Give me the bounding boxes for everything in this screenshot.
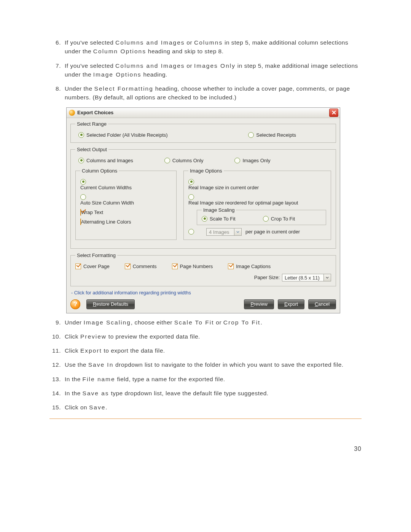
step-7: 7. If you've selected Columns and Images…: [49, 61, 362, 79]
image-scaling-group: Image Scaling Scale To Fit Crop To Fit: [197, 207, 326, 225]
instructions-list-top: 6. If you've selected Columns and Images…: [49, 38, 362, 102]
radio-real-image-current-order[interactable]: Real Image size in current order: [188, 179, 318, 190]
close-icon: [332, 110, 336, 115]
radio-icon: [202, 216, 207, 222]
step-num: 7.: [49, 61, 61, 79]
select-formatting-group: Select Formatting Cover Page Comments Pa…: [70, 252, 336, 286]
restore-defaults-button[interactable]: Restore Defaults: [86, 299, 135, 309]
radio-icon: [263, 216, 269, 222]
step-8: 8. Under the Select Formatting heading, …: [49, 84, 362, 102]
check-alternating-line-colors[interactable]: Alternating Line Colors: [80, 219, 163, 225]
radio-icon: [188, 179, 194, 185]
checkbox-icon: [80, 219, 81, 225]
radio-icon: [188, 229, 194, 235]
image-options-legend: Image Options: [188, 168, 224, 174]
step-num: 10.: [49, 332, 61, 341]
step-num: 14.: [49, 389, 61, 398]
radio-auto-size-column-width[interactable]: Auto Size Column Width: [80, 194, 163, 206]
radio-real-image-optimal-layout[interactable]: Real Image size reordered for optimal pa…: [188, 194, 318, 206]
checkbox-icon: [228, 264, 234, 269]
radio-icon: [78, 132, 84, 138]
step-9: 9. Under Image Scaling, choose either Sc…: [49, 318, 362, 327]
radio-icon: [248, 132, 254, 138]
export-button[interactable]: Export: [278, 299, 304, 309]
app-icon: [69, 110, 75, 116]
radio-icon: [80, 179, 86, 185]
step-body: If you've selected Columns and Images or…: [65, 61, 362, 79]
cancel-button[interactable]: Cancel: [308, 299, 336, 309]
step-num: 6.: [49, 38, 61, 56]
radio-icon: [164, 158, 170, 163]
step-body: If you've selected Columns and Images or…: [65, 38, 362, 56]
image-scaling-legend: Image Scaling: [202, 207, 236, 213]
radio-current-column-widths[interactable]: Current Column Widths: [80, 179, 163, 190]
column-options-group: Column Options Current Column Widths Aut…: [75, 168, 177, 240]
step-body: In the Save as type dropdown list, leave…: [65, 389, 362, 398]
checkbox-icon: [80, 209, 81, 216]
page-number: 30: [49, 446, 362, 452]
select-range-group: Select Range Selected Folder (All Visibl…: [70, 121, 336, 143]
step-num: 11.: [49, 346, 61, 355]
step-body: Under the Select Formatting heading, cho…: [65, 84, 362, 102]
combo-value: Letter (8.5 x 11): [282, 274, 323, 281]
close-button[interactable]: [329, 109, 338, 117]
radio-selected-folder[interactable]: Selected Folder (All Visible Receipts): [78, 132, 168, 138]
step-body: Under Image Scaling, choose either Scale…: [65, 318, 362, 327]
column-options-legend: Column Options: [80, 168, 119, 174]
chevron-down-icon[interactable]: [234, 228, 242, 236]
help-icon[interactable]: ?: [70, 299, 80, 309]
image-options-group: Image Options Real Image size in current…: [183, 168, 331, 240]
dialog-title: Export Choices: [77, 110, 329, 115]
check-comments[interactable]: Comments: [125, 264, 157, 269]
step-num: 13.: [49, 375, 61, 383]
step-num: 8.: [49, 84, 61, 102]
radio-columns-and-images[interactable]: Columns and Images: [78, 158, 133, 163]
step-num: 9.: [49, 318, 61, 327]
radio-selected-receipts[interactable]: Selected Receipts: [248, 132, 296, 138]
select-range-legend: Select Range: [75, 121, 108, 127]
radio-images-only[interactable]: Images Only: [234, 158, 270, 163]
step-body: Use the Save In dropdown list to navigat…: [65, 360, 362, 369]
radio-scale-to-fit[interactable]: Scale To Fit: [202, 216, 236, 222]
checkbox-icon: [125, 264, 131, 269]
printing-widths-hint[interactable]: - Click for additional information regar…: [71, 290, 336, 296]
radio-icon: [78, 158, 84, 163]
step-13: 13. In the File name field, type a name …: [49, 375, 362, 383]
combo-value: 4 Images: [206, 228, 234, 236]
radio-icon: [80, 194, 86, 200]
radio-icon: [234, 158, 240, 163]
per-page-suffix: per page in current order: [245, 229, 300, 235]
dialog-titlebar[interactable]: Export Choices: [67, 108, 340, 118]
paper-size-combo[interactable]: Letter (8.5 x 11): [282, 274, 331, 281]
check-cover-page[interactable]: Cover Page: [75, 264, 110, 269]
step-10: 10. Click Preview to preview the exporte…: [49, 332, 362, 341]
step-body: Click on Save.: [65, 403, 362, 412]
step-body: Click Export to export the data file.: [65, 346, 362, 355]
images-per-page-combo[interactable]: 4 Images: [206, 228, 242, 236]
section-divider: [49, 419, 362, 419]
select-output-legend: Select Output: [75, 147, 108, 152]
select-output-group: Select Output Columns and Images Columns…: [70, 147, 336, 249]
preview-button[interactable]: Preview: [244, 299, 274, 309]
radio-images-per-page[interactable]: [188, 229, 194, 235]
instructions-list-bottom: 9. Under Image Scaling, choose either Sc…: [49, 318, 362, 412]
paper-size-label: Paper Size:: [254, 275, 280, 280]
step-15: 15. Click on Save.: [49, 403, 362, 412]
step-12: 12. Use the Save In dropdown list to nav…: [49, 360, 362, 369]
chevron-down-icon[interactable]: [323, 274, 331, 281]
radio-icon: [188, 194, 194, 200]
step-14: 14. In the Save as type dropdown list, l…: [49, 389, 362, 398]
radio-crop-to-fit[interactable]: Crop To Fit: [263, 216, 295, 222]
check-image-captions[interactable]: Image Captions: [228, 264, 271, 269]
step-6: 6. If you've selected Columns and Images…: [49, 38, 362, 56]
step-body: In the File name field, type a name for …: [65, 375, 362, 383]
check-wrap-text[interactable]: Wrap Text: [80, 209, 163, 215]
checkbox-icon: [75, 264, 81, 269]
step-num: 12.: [49, 360, 61, 369]
step-num: 15.: [49, 403, 61, 412]
select-formatting-legend: Select Formatting: [75, 252, 117, 258]
step-body: Click Preview to preview the exported da…: [65, 332, 362, 341]
radio-columns-only[interactable]: Columns Only: [164, 158, 204, 163]
check-page-numbers[interactable]: Page Numbers: [172, 264, 213, 269]
step-11: 11. Click Export to export the data file…: [49, 346, 362, 355]
